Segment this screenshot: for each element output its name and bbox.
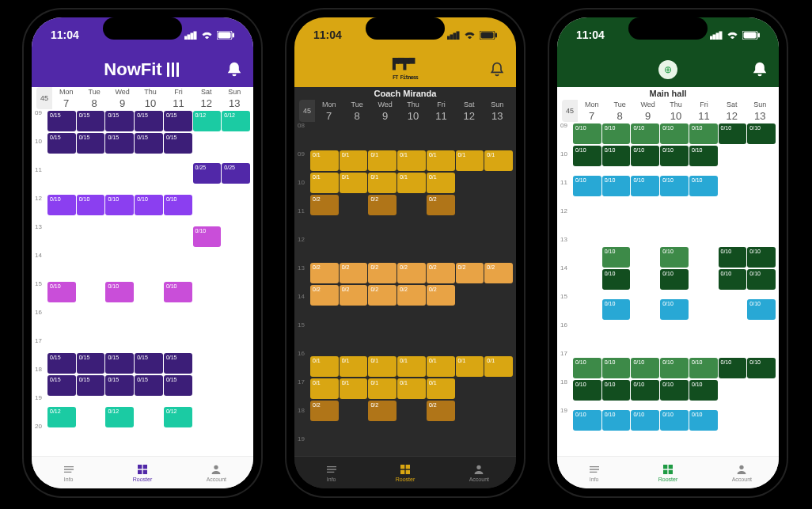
schedule-cell[interactable]: 0/1 <box>427 378 455 399</box>
schedule-cell[interactable]: 0/10 <box>689 358 718 378</box>
tab-info[interactable]: Info <box>557 457 631 488</box>
schedule-cell[interactable]: 0/10 <box>719 247 747 268</box>
schedule-cell[interactable]: 0/10 <box>660 410 689 431</box>
schedule-cell[interactable]: 0/10 <box>747 358 776 378</box>
schedule-cell[interactable]: 0/10 <box>719 269 747 290</box>
schedule-cell[interactable]: 0/2 <box>397 285 426 306</box>
day-col[interactable]: Tue8 <box>343 101 370 122</box>
schedule-cell[interactable]: 0/1 <box>427 173 455 193</box>
schedule-cell[interactable]: 0/10 <box>573 176 601 196</box>
schedule-cell[interactable]: 0/15 <box>47 133 76 154</box>
day-col[interactable]: Wed9 <box>634 101 662 122</box>
schedule-grid[interactable]: 08091011121314151617181920 0/10/10/10/10… <box>294 122 516 456</box>
schedule-cell[interactable]: 0/12 <box>222 111 250 131</box>
schedule-cell[interactable]: 0/2 <box>310 263 339 283</box>
schedule-cell[interactable]: 0/15 <box>105 133 134 154</box>
schedule-cell[interactable]: 0/10 <box>193 226 222 247</box>
schedule-cell[interactable]: 0/10 <box>660 176 689 196</box>
schedule-cell[interactable]: 0/12 <box>47 407 76 427</box>
schedule-cell[interactable]: 0/10 <box>602 410 631 431</box>
schedule-cell[interactable]: 0/10 <box>660 123 689 144</box>
schedule-cell[interactable]: 0/15 <box>77 133 105 154</box>
schedule-cell[interactable]: 0/2 <box>427 285 455 306</box>
schedule-cell[interactable]: 0/15 <box>135 111 163 131</box>
schedule-cell[interactable]: 0/12 <box>164 407 192 427</box>
schedule-cell[interactable]: 0/10 <box>105 195 134 215</box>
schedule-cell[interactable]: 0/10 <box>573 410 601 431</box>
schedule-cell[interactable]: 0/15 <box>164 353 192 374</box>
schedule-cell[interactable]: 0/2 <box>310 285 339 306</box>
tab-rooster[interactable]: Rooster <box>105 457 179 488</box>
schedule-cell[interactable]: 0/10 <box>135 195 163 215</box>
day-col[interactable]: Thu10 <box>399 101 427 122</box>
schedule-cell[interactable]: 0/10 <box>602 123 631 144</box>
schedule-cell[interactable]: 0/15 <box>135 375 163 396</box>
schedule-cell[interactable]: 0/1 <box>340 356 368 377</box>
schedule-cell[interactable]: 0/10 <box>660 269 689 290</box>
schedule-cell[interactable]: 0/10 <box>747 299 776 320</box>
schedule-cell[interactable]: 0/15 <box>135 133 163 154</box>
schedule-cell[interactable]: 0/10 <box>573 358 601 378</box>
tab-account[interactable]: Account <box>705 457 779 488</box>
schedule-cell[interactable]: 0/1 <box>340 378 368 399</box>
day-col[interactable]: Fri11 <box>427 101 455 122</box>
day-col[interactable]: Tue8 <box>80 88 108 109</box>
schedule-cell[interactable]: 0/15 <box>164 133 192 154</box>
schedule-cell[interactable]: 0/10 <box>631 176 659 196</box>
schedule-cell[interactable]: 0/10 <box>631 358 659 378</box>
schedule-cell[interactable]: 0/10 <box>47 195 76 215</box>
schedule-cell[interactable]: 0/10 <box>631 146 659 166</box>
schedule-cell[interactable]: 0/10 <box>747 123 776 144</box>
schedule-cell[interactable]: 0/15 <box>77 375 105 396</box>
schedule-cell[interactable]: 0/1 <box>368 378 397 399</box>
day-col[interactable]: Tue8 <box>605 101 633 122</box>
schedule-cell[interactable]: 0/2 <box>427 195 455 215</box>
schedule-cell[interactable]: 0/10 <box>747 247 776 268</box>
schedule-cell[interactable]: 0/2 <box>368 263 397 283</box>
schedule-cell[interactable]: 0/15 <box>164 375 192 396</box>
week-header[interactable]: 45 Mon7 Tue8 Wed9 Thu10 Fri11 Sat12 Sun1… <box>294 100 516 122</box>
schedule-cell[interactable]: 0/2 <box>427 401 455 421</box>
schedule-cell[interactable]: 0/2 <box>368 285 397 306</box>
schedule-cell[interactable]: 0/10 <box>747 269 776 290</box>
schedule-cell[interactable]: 0/1 <box>484 150 513 171</box>
tab-account[interactable]: Account <box>442 457 516 488</box>
schedule-cell[interactable]: 0/2 <box>397 263 426 283</box>
day-col[interactable]: Fri11 <box>165 88 192 109</box>
day-col[interactable]: Wed9 <box>108 88 136 109</box>
schedule-cell[interactable]: 0/1 <box>397 356 426 377</box>
schedule-cell[interactable]: 0/1 <box>368 150 397 171</box>
schedule-cell[interactable]: 0/2 <box>310 401 339 421</box>
schedule-cell[interactable]: 0/10 <box>660 299 689 320</box>
schedule-cell[interactable]: 0/10 <box>689 123 718 144</box>
schedule-cell[interactable]: 0/15 <box>47 111 76 131</box>
tab-rooster[interactable]: Rooster <box>368 457 442 488</box>
schedule-cell[interactable]: 0/10 <box>689 146 718 166</box>
schedule-cell[interactable]: 0/10 <box>660 358 689 378</box>
schedule-cell[interactable]: 0/1 <box>427 356 455 377</box>
tab-info[interactable]: Info <box>294 457 368 488</box>
schedule-cell[interactable]: 0/10 <box>602 380 631 401</box>
day-col[interactable]: Thu10 <box>662 101 689 122</box>
day-col[interactable]: Fri11 <box>690 101 718 122</box>
schedule-cell[interactable]: 0/2 <box>368 195 397 215</box>
schedule-cell[interactable]: 0/1 <box>310 378 339 399</box>
schedule-cell[interactable]: 0/25 <box>193 163 222 184</box>
schedule-cell[interactable]: 0/1 <box>310 150 339 171</box>
schedule-cell[interactable]: 0/15 <box>77 353 105 374</box>
notifications-button[interactable] <box>489 62 505 78</box>
schedule-cell[interactable]: 0/12 <box>105 407 134 427</box>
schedule-cell[interactable]: 0/2 <box>484 263 513 283</box>
schedule-grid[interactable]: 0910111213141516171819 0/100/100/100/100… <box>557 122 779 456</box>
schedule-cell[interactable]: 0/2 <box>340 285 368 306</box>
day-col[interactable]: Mon7 <box>578 101 605 122</box>
schedule-cell[interactable]: 0/15 <box>47 353 76 374</box>
schedule-cell[interactable]: 0/2 <box>340 263 368 283</box>
schedule-cell[interactable]: 0/1 <box>456 356 484 377</box>
schedule-cell[interactable]: 0/10 <box>573 146 601 166</box>
schedule-grid[interactable]: 091011121314151617181920 0/150/150/150/1… <box>32 109 253 456</box>
schedule-cell[interactable]: 0/15 <box>105 111 134 131</box>
schedule-cell[interactable]: 0/10 <box>660 247 689 268</box>
schedule-cell[interactable]: 0/1 <box>310 173 339 193</box>
schedule-cell[interactable]: 0/15 <box>77 111 105 131</box>
